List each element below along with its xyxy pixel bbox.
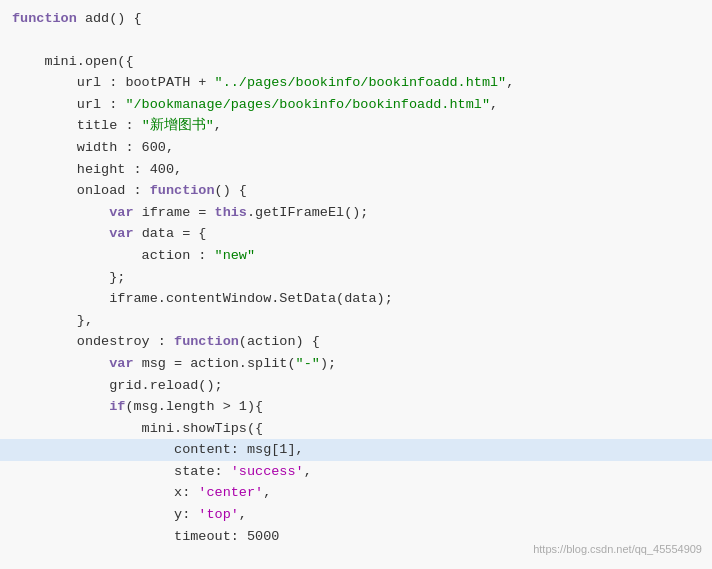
code-editor: function add() { mini.open({ url : bootP… [0, 0, 712, 569]
code-line: state: 'success', [0, 461, 712, 483]
watermark: https://blog.csdn.net/qq_45554909 [533, 541, 702, 559]
code-line: }; [0, 267, 712, 289]
code-line: url : "/bookmanage/pages/bookinfo/bookin… [0, 94, 712, 116]
code-line: title : "新增图书", [0, 115, 712, 137]
code-line: var iframe = this.getIFrameEl(); [0, 202, 712, 224]
code-line: function add() { [0, 8, 712, 30]
code-line: iframe.contentWindow.SetData(data); [0, 288, 712, 310]
code-line: mini.open({ [0, 51, 712, 73]
code-line: grid.reload(); [0, 375, 712, 397]
code-line: }, [0, 310, 712, 332]
code-line: height : 400, [0, 159, 712, 181]
code-line: var data = { [0, 223, 712, 245]
code-line: url : bootPATH + "../pages/bookinfo/book… [0, 72, 712, 94]
code-line: ondestroy : function(action) { [0, 331, 712, 353]
code-line: mini.showTips({ [0, 418, 712, 440]
code-line: content: msg[1], [0, 439, 712, 461]
code-line: if(msg.length > 1){ [0, 396, 712, 418]
code-line: onload : function() { [0, 180, 712, 202]
code-line [0, 30, 712, 51]
code-line: var msg = action.split("-"); [0, 353, 712, 375]
code-line: action : "new" [0, 245, 712, 267]
code-line: width : 600, [0, 137, 712, 159]
code-line: y: 'top', [0, 504, 712, 526]
code-line: x: 'center', [0, 482, 712, 504]
